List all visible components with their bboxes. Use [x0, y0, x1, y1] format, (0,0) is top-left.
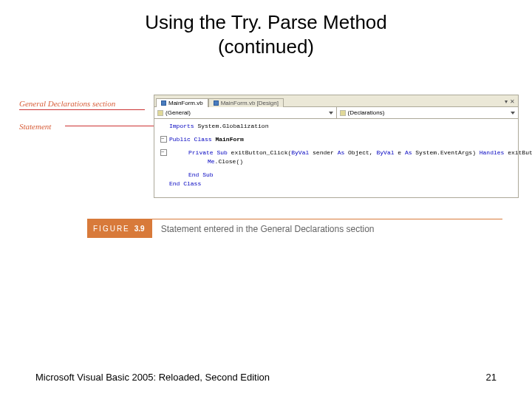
code-line-end-sub: End Sub [159, 171, 516, 180]
tab-mainform-design[interactable]: MainForm.vb [Design] [208, 98, 284, 107]
tab-mainform-code[interactable]: MainForm.vb [156, 98, 208, 107]
figure-number-badge: FIGURE 3.9 [87, 219, 152, 238]
tab-label-inactive: MainForm.vb [Design] [221, 100, 279, 106]
editor-tab-strip: MainForm.vb MainForm.vb [Design] ▾ ✕ [154, 95, 518, 107]
slide-title: Using the Try. Parse Method (continued) [0, 0, 532, 58]
code-line-close: Me.Close() [159, 157, 516, 166]
code-line-imports: Imports System.Globalization [159, 122, 516, 131]
title-line-1: Using the Try. Parse Method [145, 11, 387, 33]
figure-number: 3.9 [134, 225, 145, 233]
figure-word: FIGURE [93, 225, 130, 233]
chevron-down-icon [329, 112, 333, 115]
callout-leader-line [65, 126, 154, 126]
tab-strip-controls: ▾ ✕ [505, 98, 518, 106]
code-line-end-class: End Class [159, 180, 516, 188]
code-editor-window: MainForm.vb MainForm.vb [Design] ▾ ✕ (Ge… [154, 95, 519, 198]
tab-dropdown-icon[interactable]: ▾ [505, 98, 508, 105]
scope-dropdown[interactable]: (General) [154, 107, 337, 118]
footer-book-title: Microsoft Visual Basic 2005: Reloaded, S… [35, 372, 270, 383]
footer-page-number: 21 [486, 372, 497, 383]
member-dropdown-value: (Declarations) [348, 109, 385, 116]
close-icon[interactable]: ✕ [510, 98, 515, 105]
vb-file-icon [161, 100, 166, 106]
code-text: Imports System.Globalization Public Clas… [154, 119, 518, 190]
title-line-2: (continued) [218, 35, 314, 58]
figure-caption-bar: FIGURE 3.9 Statement entered in the Gene… [87, 219, 502, 238]
code-line-class: Public Class MainForm [159, 135, 516, 144]
code-navigation-bar: (General) (Declarations) [154, 107, 518, 119]
callout-general-declarations: General Declarations section [13, 95, 146, 110]
member-icon [340, 110, 346, 116]
scope-dropdown-value: (General) [166, 109, 191, 116]
chevron-down-icon [511, 112, 515, 115]
figure-content: General Declarations section Statement M… [13, 95, 519, 242]
scope-icon [157, 110, 163, 116]
form-design-icon [214, 100, 219, 106]
tab-label-active: MainForm.vb [168, 100, 203, 106]
member-dropdown[interactable]: (Declarations) [337, 107, 519, 118]
code-line-sub: Private Sub exitButton_Click(ByVal sende… [159, 149, 516, 157]
callout-column: General Declarations section Statement [13, 95, 146, 131]
callout-statement: Statement [13, 110, 146, 131]
slide-footer: Microsoft Visual Basic 2005: Reloaded, S… [35, 372, 497, 383]
figure-caption-text: Statement entered in the General Declara… [152, 219, 502, 238]
